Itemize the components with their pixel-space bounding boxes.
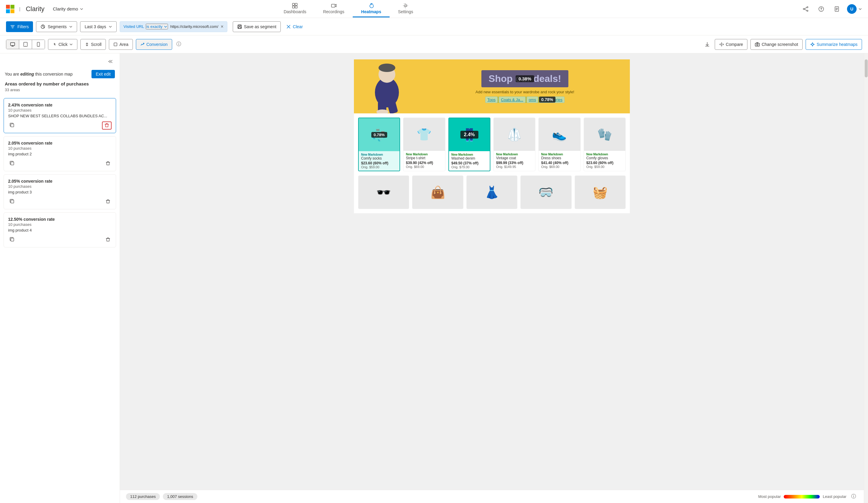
svg-point-20	[38, 45, 39, 46]
list-item[interactable]: 👜	[412, 175, 463, 209]
compare-button[interactable]: Compare	[715, 39, 748, 50]
camera-icon	[755, 42, 760, 47]
save-icon	[237, 24, 242, 29]
nav-item-dashboards[interactable]: Dashboards	[275, 0, 315, 17]
product-emoji: 👕	[416, 127, 432, 142]
scrollbar[interactable]	[864, 53, 868, 503]
doc-icon-btn[interactable]	[831, 3, 842, 14]
change-screenshot-button[interactable]: Change screenshot	[751, 39, 802, 50]
product-emoji: 🥽	[538, 185, 554, 199]
summarize-button[interactable]: Summarize heatmaps	[806, 39, 862, 50]
area-heatmap-button[interactable]: Area	[109, 39, 133, 50]
hero-subtext: Add new essentials to your wardrobe and …	[475, 90, 575, 94]
list-item[interactable]: 🧦 0.78% New Markdown Comfy socks $23.60 …	[358, 117, 400, 171]
area-copy-button[interactable]	[8, 121, 16, 130]
svg-rect-26	[11, 200, 14, 203]
nav-item-heatmaps[interactable]: Heatmaps	[353, 0, 390, 17]
copy-icon	[9, 198, 15, 204]
list-item[interactable]: 🥽	[520, 175, 571, 209]
list-item[interactable]: 👗	[466, 175, 517, 209]
chevron-down-icon	[108, 25, 112, 29]
list-item[interactable]: 👕 New Markdown Stripe t-shirt $39.90 (42…	[403, 117, 445, 171]
info-icon[interactable]: ⓘ	[176, 41, 181, 48]
hero-nav-links: 0.78% Tops Coats & Ja... oms Accessories	[485, 96, 565, 103]
nav-item-settings[interactable]: Settings	[390, 0, 422, 17]
view-mobile-button[interactable]	[32, 40, 45, 49]
demo-selector[interactable]: Clarity demo	[50, 5, 86, 13]
list-item[interactable]: 🥼 New Markdown Vintage coat $99.99 (33% …	[493, 117, 535, 171]
list-item[interactable]: 🧺	[575, 175, 626, 209]
toolbar: Click Scroll Area Conversion ⓘ Compare C…	[0, 35, 868, 53]
area-delete-button[interactable]	[102, 122, 112, 130]
clear-icon	[286, 24, 291, 29]
status-bar: 112 purchases 1,007 sessions Most popula…	[120, 490, 864, 503]
collapse-sidebar-button[interactable]	[107, 58, 115, 67]
list-item[interactable]: 👖 2.4% New Markdown Washed denim $49.50 …	[448, 117, 490, 171]
product-name: Comfy socks	[361, 156, 397, 161]
hero-person-svg	[366, 62, 408, 113]
area-name: SHOP NEW BEST SELLERS COLLABS BUNDLES AC…	[8, 114, 112, 118]
clear-button[interactable]: Clear	[284, 22, 305, 31]
conversion-heatmap-button[interactable]: Conversion	[136, 39, 172, 50]
hero-banner: 0.38% Shop our deals! Add new essentials…	[354, 59, 630, 113]
toolbar-right: Compare Change screenshot Summarize heat…	[703, 39, 862, 50]
legend-info-button[interactable]: ⓘ	[849, 493, 858, 501]
segments-button[interactable]: Segments	[36, 21, 77, 32]
area-delete-button[interactable]	[104, 160, 112, 168]
chevron-down-icon	[69, 43, 73, 46]
date-range-button[interactable]: Last 3 days	[80, 21, 117, 32]
filter-pill: Visited URL is exactly https://clarity.m…	[120, 21, 227, 32]
sidebar: You are editing this conversion map Exit…	[0, 53, 120, 503]
scroll-icon	[85, 42, 89, 47]
svg-point-33	[379, 64, 395, 72]
area-delete-button[interactable]	[104, 236, 112, 244]
view-tablet-button[interactable]	[19, 40, 32, 49]
chevron-down-icon	[858, 7, 862, 11]
heatmap-overlay-denim: 2.4%	[449, 118, 490, 151]
list-item[interactable]: 🧤 New Markdown Comfy gloves $23.60 (60% …	[584, 117, 626, 171]
area-copy-button[interactable]	[8, 159, 16, 168]
download-button[interactable]	[703, 40, 712, 49]
product-badge: New Markdown	[586, 153, 623, 156]
view-desktop-button[interactable]	[6, 40, 19, 49]
nav-item-settings-label: Settings	[398, 9, 413, 14]
product-info: New Markdown Washed denim $49.50 (37% of…	[449, 151, 490, 171]
heatmap-overlay-nav: 0.78%	[485, 96, 565, 103]
svg-rect-21	[114, 43, 117, 46]
nav-item-recordings[interactable]: Recordings	[314, 0, 353, 17]
product-name: Comfy gloves	[586, 156, 623, 160]
legend-least-label: Least popular	[823, 494, 846, 499]
trash-icon	[106, 199, 110, 204]
product-info: New Markdown Stripe t-shirt $39.90 (42% …	[403, 151, 445, 171]
view-toggle	[6, 40, 45, 49]
list-item[interactable]: 🕶️	[358, 175, 409, 209]
area-copy-button[interactable]	[8, 197, 16, 206]
click-heatmap-button[interactable]: Click	[48, 39, 78, 50]
clear-label: Clear	[293, 24, 303, 29]
product-emoji: 🥼	[507, 127, 522, 142]
user-avatar-btn[interactable]: U	[847, 4, 862, 14]
filter-operator-button[interactable]: is exactly	[146, 24, 168, 29]
product-emoji: 👗	[484, 185, 499, 199]
area-purchases: 10 purchases	[8, 146, 112, 151]
area-delete-button[interactable]	[104, 198, 112, 206]
copy-icon	[9, 161, 15, 166]
save-segment-button[interactable]: Save as segment	[233, 21, 281, 32]
scroll-label: Scroll	[91, 42, 101, 47]
conversion-icon	[141, 42, 145, 47]
scrollbar-thumb[interactable]	[865, 59, 868, 78]
scroll-heatmap-button[interactable]: Scroll	[80, 39, 106, 50]
svg-rect-30	[387, 101, 398, 113]
filter-close-button[interactable]: ×	[218, 23, 226, 31]
help-icon-btn[interactable]	[816, 3, 827, 14]
exit-edit-button[interactable]: Exit edit	[92, 70, 115, 78]
filters-button[interactable]: Filters	[6, 21, 33, 32]
share-icon-btn[interactable]	[800, 3, 811, 14]
sidebar-areas-count: 33 areas	[0, 88, 120, 96]
list-item[interactable]: 👟 New Markdown Dress shoes $41.40 (40% o…	[538, 117, 580, 171]
area-copy-button[interactable]	[8, 235, 16, 244]
overlay-nav-pct: 0.78%	[539, 96, 556, 103]
mobile-icon	[36, 42, 41, 47]
sidebar-areas-title: Areas ordered by number of purchases	[0, 81, 120, 88]
sparkle-icon	[810, 42, 815, 47]
